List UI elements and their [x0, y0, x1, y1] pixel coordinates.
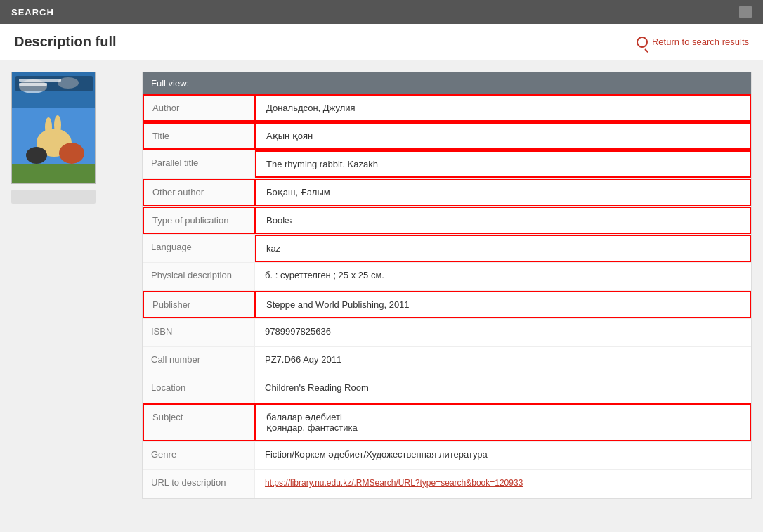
svg-rect-9 — [12, 164, 96, 184]
details-panel: Full view: AuthorДональдсон, ДжулияTitle… — [142, 72, 752, 499]
cover-scrollbar — [11, 190, 96, 204]
detail-label-subject: Subject — [143, 403, 255, 441]
svg-point-7 — [59, 143, 84, 164]
detail-value-parallel_title: The rhyming rabbit. Kazakh — [255, 150, 751, 178]
detail-rows: AuthorДональдсон, ДжулияTitleАқын қоянPa… — [143, 94, 751, 498]
top-bar: SEARCH — [0, 0, 763, 24]
detail-row-call_number: Call numberPZ7.D66 Aqy 2011 — [143, 347, 751, 375]
book-cover-image — [11, 72, 96, 184]
settings-icon[interactable] — [739, 6, 752, 18]
detail-row-subject: Subjectбалалар әдебиетіқояндар, фантасти… — [143, 403, 751, 442]
return-link-label: Return to search results — [652, 37, 749, 47]
detail-value-title: Ақын қоян — [255, 122, 751, 150]
detail-row-url_to_description: URL to descriptionhttps://library.nu.edu… — [143, 470, 751, 498]
svg-rect-12 — [19, 83, 47, 86]
detail-row-language: Languagekaz — [143, 235, 751, 263]
detail-label-publisher: Publisher — [143, 291, 255, 318]
detail-label-author: Author — [143, 94, 255, 122]
detail-label-language: Language — [143, 235, 255, 262]
detail-row-genre: GenreFiction/Көркем әдебиет/Художественн… — [143, 442, 751, 470]
page-title: Description full — [14, 34, 117, 50]
detail-label-other_author: Other author — [143, 179, 255, 206]
detail-value-location: Children's Reading Room — [255, 375, 751, 403]
detail-value-url_to_description[interactable]: https://library.nu.edu.kz/.RMSearch/URL?… — [255, 470, 751, 498]
svg-rect-11 — [19, 79, 61, 82]
detail-value-other_author: Боқаш, Ғалым — [255, 179, 751, 206]
detail-value-type_of_publication: Books — [255, 207, 751, 234]
svg-point-6 — [54, 115, 61, 135]
detail-row-other_author: Other authorБоқаш, Ғалым — [143, 179, 751, 207]
detail-value-publisher: Steppe and World Publishing, 2011 — [255, 291, 751, 318]
detail-label-call_number: Call number — [143, 347, 255, 375]
search-icon — [637, 37, 648, 48]
detail-row-type_of_publication: Type of publicationBooks — [143, 207, 751, 235]
detail-value-isbn: 9789997825636 — [255, 319, 751, 346]
detail-value-author: Дональдсон, Джулия — [255, 94, 751, 122]
detail-label-location: Location — [143, 375, 255, 403]
detail-value-genre: Fiction/Көркем әдебиет/Художественная ли… — [255, 442, 751, 469]
detail-row-location: LocationChildren's Reading Room — [143, 375, 751, 403]
detail-row-isbn: ISBN9789997825636 — [143, 319, 751, 347]
detail-label-isbn: ISBN — [143, 319, 255, 346]
main-content: Full view: AuthorДональдсон, ДжулияTitle… — [0, 60, 763, 510]
detail-row-parallel_title: Parallel titleThe rhyming rabbit. Kazakh — [143, 150, 751, 179]
detail-value-physical_description: б. : суреттелген ; 25 x 25 см. — [255, 263, 751, 290]
book-cover-panel — [11, 72, 131, 499]
detail-row-physical_description: Physical descriptionб. : суреттелген ; 2… — [143, 263, 751, 291]
detail-label-physical_description: Physical description — [143, 263, 255, 290]
detail-label-genre: Genre — [143, 442, 255, 469]
detail-row-author: AuthorДональдсон, Джулия — [143, 94, 751, 122]
url-link-url_to_description[interactable]: https://library.nu.edu.kz/.RMSearch/URL?… — [265, 478, 523, 488]
detail-label-type_of_publication: Type of publication — [143, 207, 255, 234]
full-view-label: Full view: — [151, 78, 189, 89]
detail-label-url_to_description: URL to description — [143, 470, 255, 498]
full-view-header: Full view: — [143, 72, 751, 94]
page-header: Description full Return to search result… — [0, 24, 763, 60]
detail-value-call_number: PZ7.D66 Aqy 2011 — [255, 347, 751, 375]
detail-row-publisher: PublisherSteppe and World Publishing, 20… — [143, 291, 751, 319]
detail-value-language: kaz — [255, 235, 751, 262]
detail-label-parallel_title: Parallel title — [143, 150, 255, 178]
detail-value-subject: балалар әдебиетіқояндар, фантастика — [255, 403, 751, 441]
app-title: SEARCH — [11, 7, 54, 18]
svg-point-5 — [45, 117, 52, 137]
detail-label-title: Title — [143, 122, 255, 150]
svg-point-8 — [26, 147, 47, 164]
detail-row-title: TitleАқын қоян — [143, 122, 751, 150]
return-search-results-link[interactable]: Return to search results — [637, 37, 749, 48]
